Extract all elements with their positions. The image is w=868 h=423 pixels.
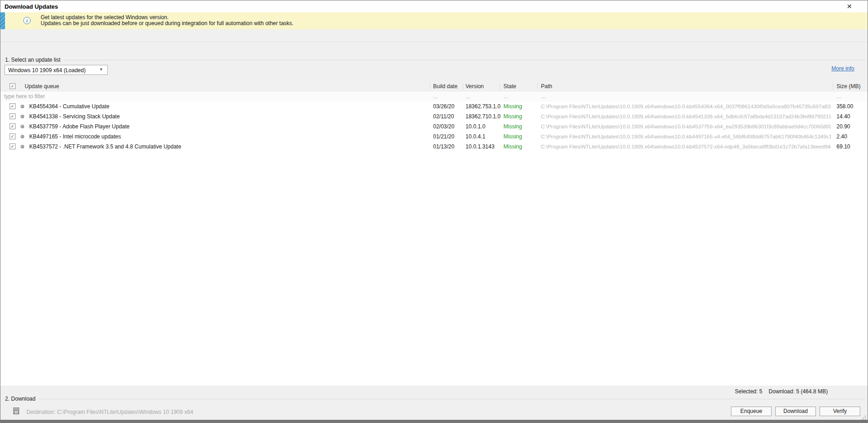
update-list-dropdown-value: Windows 10 1909 x64 (Loaded) <box>8 67 85 74</box>
download-updates-dialog: Download Updates ✕ i Get latest updates … <box>0 0 868 423</box>
update-state: Missing <box>503 133 522 140</box>
filter-state[interactable]: ... <box>503 93 508 100</box>
table-row[interactable]: ✓ KB4537759 - Adobe Flash Player Update … <box>0 122 868 132</box>
update-name: KB4497165 - Intel microcode updates <box>29 133 121 140</box>
row-checkbox[interactable]: ✓ <box>10 113 16 119</box>
row-checkbox[interactable]: ✓ <box>10 123 16 129</box>
filter-row[interactable]: type here to filter ... ... ... ... ... <box>0 91 868 101</box>
update-build-date: 02/03/20 <box>433 123 455 130</box>
update-size: 69.10 <box>836 143 850 150</box>
update-path: C:\Program Files\NTLite\Updates\10.0.190… <box>541 124 831 129</box>
row-checkbox[interactable]: ✓ <box>10 103 16 109</box>
column-header-state[interactable]: State <box>503 83 516 90</box>
title-bar: Download Updates ✕ <box>0 0 868 12</box>
close-icon[interactable]: ✕ <box>843 2 855 11</box>
row-checkbox[interactable]: ✓ <box>10 133 16 139</box>
update-state: Missing <box>503 113 522 120</box>
filter-input-placeholder[interactable]: type here to filter <box>4 93 45 100</box>
filter-version[interactable]: ... <box>466 93 470 100</box>
update-build-date: 02/11/20 <box>433 113 454 120</box>
filter-size[interactable]: ... <box>836 93 841 100</box>
group1-label: 1. Select an update list <box>4 57 63 63</box>
column-header-path[interactable]: Path <box>541 83 552 90</box>
banner-text: Get latest updates for the selected Wind… <box>41 15 294 26</box>
update-path: C:\Program Files\NTLite\Updates\10.0.190… <box>541 144 831 149</box>
group2-label: 2. Download <box>4 396 38 402</box>
destination-folder-icon <box>13 407 19 414</box>
update-version: 10.0.1.0 <box>466 123 485 130</box>
banner-line-2: Updates can be just downloaded before or… <box>41 21 294 26</box>
update-bullet-icon <box>21 115 24 118</box>
filter-build-date[interactable]: ... <box>433 93 438 100</box>
update-state: Missing <box>503 103 522 110</box>
update-version: 10.0.1.3143 <box>466 143 494 150</box>
enqueue-button[interactable]: Enqueue <box>731 407 772 416</box>
group2-rule <box>2 399 865 399</box>
update-size: 2.40 <box>836 133 847 140</box>
update-name: KB4537759 - Adobe Flash Player Update <box>29 123 129 130</box>
selection-status: Selected: 5 Download: 5 (464.8 MB) <box>735 388 828 395</box>
more-info-link[interactable]: More info <box>831 65 854 72</box>
table-row[interactable]: ✓ KB4537572 - .NET Framework 3.5 and 4.8… <box>0 142 868 152</box>
update-bullet-icon <box>21 105 24 108</box>
update-build-date: 01/21/20 <box>433 133 455 140</box>
update-size: 20.90 <box>836 123 850 130</box>
update-build-date: 03/26/20 <box>433 103 455 110</box>
column-divider[interactable] <box>833 83 833 90</box>
column-divider[interactable] <box>537 83 538 90</box>
update-name: KB4537572 - .NET Framework 3.5 and 4.8 C… <box>29 143 181 150</box>
update-state: Missing <box>503 123 522 130</box>
column-divider[interactable] <box>499 83 500 90</box>
update-path: C:\Program Files\NTLite\Updates\10.0.190… <box>541 134 831 139</box>
update-path: C:\Program Files\NTLite\Updates\10.0.190… <box>541 104 831 109</box>
chevron-down-icon: ▼ <box>99 67 103 72</box>
row-checkbox[interactable]: ✓ <box>10 143 16 149</box>
update-bullet-icon <box>21 135 24 138</box>
download-count: Download: 5 (464.8 MB) <box>769 388 828 395</box>
column-divider[interactable] <box>430 83 430 90</box>
select-all-checkbox[interactable]: ✓ <box>10 83 16 89</box>
download-button[interactable]: Download <box>775 407 816 416</box>
window-bottom-edge <box>0 420 868 423</box>
destination-path: Destination: C:\Program Files\NTLite\Upd… <box>26 409 193 415</box>
dialog-title: Download Updates <box>5 3 58 10</box>
update-list-dropdown[interactable]: Windows 10 1909 x64 (Loaded) ▼ <box>5 65 108 75</box>
update-build-date: 01/13/20 <box>433 143 455 150</box>
update-name: KB4554364 - Cumulative Update <box>29 103 109 110</box>
column-header-size[interactable]: Size (MB) <box>836 83 861 90</box>
update-version: 10.0.4.1 <box>466 133 485 140</box>
update-size: 14.40 <box>836 113 850 120</box>
filter-path[interactable]: ... <box>541 93 545 100</box>
update-size: 358.00 <box>836 103 853 110</box>
update-path: C:\Program Files\NTLite\Updates\10.0.190… <box>541 114 831 119</box>
table-row[interactable]: ✓ KB4541338 - Servicing Stack Update 02/… <box>0 111 868 122</box>
info-icon: i <box>23 17 31 24</box>
update-version: 18362.710.1.0 <box>466 113 501 120</box>
selected-count: Selected: 5 <box>735 388 762 395</box>
column-header-update-queue[interactable]: Update queue <box>25 83 59 90</box>
verify-button[interactable]: Verify <box>820 407 860 416</box>
table-header-row: ✓ Update queue Build date Version State … <box>0 81 868 91</box>
table-row[interactable]: ✓ KB4554364 - Cumulative Update 03/26/20… <box>0 101 868 111</box>
column-header-version[interactable]: Version <box>466 83 484 90</box>
update-version: 18362.753.1.0 <box>466 103 501 110</box>
column-header-build-date[interactable]: Build date <box>433 83 457 90</box>
update-queue-table: ✓ Update queue Build date Version State … <box>0 81 868 386</box>
column-divider[interactable] <box>463 83 463 90</box>
table-row[interactable]: ✓ KB4497165 - Intel microcode updates 01… <box>0 132 868 142</box>
update-state: Missing <box>503 143 522 150</box>
update-name: KB4541338 - Servicing Stack Update <box>29 113 120 120</box>
update-bullet-icon <box>21 125 24 128</box>
group1-rule <box>2 60 865 60</box>
section-divider <box>0 42 868 42</box>
info-banner: i Get latest updates for the selected Wi… <box>0 12 868 29</box>
update-bullet-icon <box>21 145 24 148</box>
banner-accent-stripe <box>0 12 5 29</box>
